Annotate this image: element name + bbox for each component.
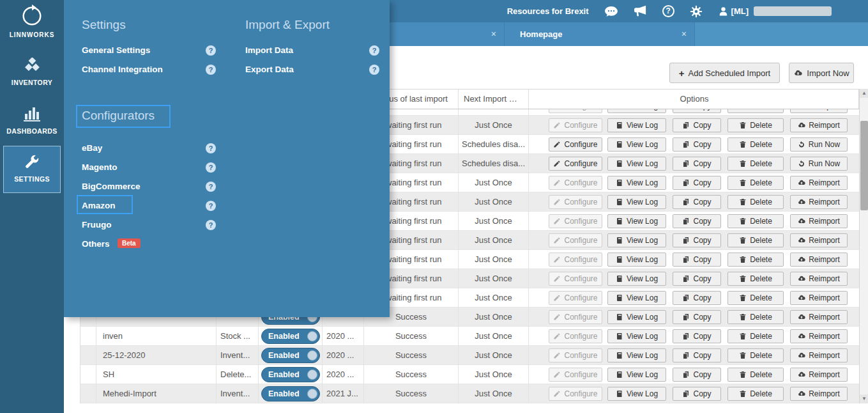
delete-button[interactable]: Delete: [727, 387, 784, 401]
scroll-up-icon[interactable]: ▲: [860, 89, 868, 98]
close-icon[interactable]: ×: [491, 28, 496, 40]
delete-button[interactable]: Delete: [727, 195, 784, 209]
copy-button[interactable]: Copy: [673, 176, 721, 190]
view-log-button[interactable]: View Log: [607, 157, 666, 171]
view-log-button[interactable]: View Log: [607, 368, 666, 382]
configure-button[interactable]: Configure: [549, 387, 602, 401]
configure-button[interactable]: Configure: [549, 157, 602, 171]
help-circle-icon[interactable]: ?: [662, 5, 674, 17]
help-icon[interactable]: ?: [206, 220, 216, 230]
help-icon[interactable]: ?: [206, 201, 216, 211]
delete-button[interactable]: Delete: [727, 176, 784, 190]
menu-item-general-settings[interactable]: General Settings ?: [82, 41, 229, 60]
delete-button[interactable]: Delete: [727, 214, 784, 228]
sidebar-item-inventory[interactable]: INVENTORY: [0, 49, 64, 97]
copy-button[interactable]: Copy: [673, 253, 721, 267]
vertical-scrollbar[interactable]: ▲ ▼: [859, 89, 868, 403]
tab-homepage[interactable]: Homepage ×: [505, 22, 695, 46]
configure-button[interactable]: Configure: [549, 329, 602, 343]
sidebar-item-settings[interactable]: SETTINGS: [3, 146, 61, 193]
copy-button[interactable]: Copy: [673, 348, 721, 362]
reimport-button[interactable]: Reimport: [790, 253, 848, 267]
configure-button[interactable]: Configure: [549, 118, 602, 132]
delete-button[interactable]: Delete: [727, 329, 784, 343]
run-now-button[interactable]: Run Now: [790, 137, 848, 152]
configure-button[interactable]: Configure: [549, 253, 602, 267]
reimport-button[interactable]: Reimport: [790, 310, 848, 324]
help-icon[interactable]: ?: [206, 143, 216, 153]
reimport-button[interactable]: Reimport: [790, 233, 848, 247]
enabled-toggle[interactable]: Enabled: [261, 386, 320, 401]
view-log-button[interactable]: View Log: [607, 176, 666, 190]
copy-button[interactable]: Copy: [673, 387, 721, 401]
help-icon[interactable]: ?: [206, 65, 216, 75]
reimport-button[interactable]: Reimport: [790, 109, 848, 113]
delete-button[interactable]: Delete: [727, 118, 784, 132]
menu-item-amazon[interactable]: Amazon ?: [82, 196, 229, 215]
view-log-button[interactable]: View Log: [607, 310, 666, 324]
reimport-button[interactable]: Reimport: [790, 387, 848, 401]
copy-button[interactable]: Copy: [673, 368, 721, 382]
reimport-button[interactable]: Reimport: [790, 214, 848, 228]
view-log-button[interactable]: View Log: [607, 291, 666, 305]
add-scheduled-import-button[interactable]: + Add Scheduled Import: [669, 63, 780, 83]
configure-button[interactable]: Configure: [549, 272, 602, 286]
column-header-next-import-due[interactable]: Next Import Due: [459, 90, 529, 109]
help-icon[interactable]: ?: [369, 45, 379, 56]
delete-button[interactable]: Delete: [727, 157, 784, 171]
copy-button[interactable]: Copy: [673, 329, 721, 343]
configure-button[interactable]: Configure: [549, 137, 602, 152]
copy-button[interactable]: Copy: [673, 310, 721, 324]
configure-button[interactable]: Configure: [549, 176, 602, 190]
help-icon[interactable]: ?: [206, 182, 216, 192]
menu-item-channel-integration[interactable]: Channel Integration ?: [82, 60, 229, 79]
copy-button[interactable]: Copy: [673, 109, 721, 113]
view-log-button[interactable]: View Log: [607, 233, 666, 247]
reimport-button[interactable]: Reimport: [790, 272, 848, 286]
copy-button[interactable]: Copy: [673, 195, 721, 209]
reimport-button[interactable]: Reimport: [790, 176, 848, 190]
reimport-button[interactable]: Reimport: [790, 195, 848, 209]
close-icon[interactable]: ×: [681, 28, 687, 40]
menu-item-magento[interactable]: Magento ?: [82, 158, 229, 177]
view-log-button[interactable]: View Log: [607, 195, 666, 209]
delete-button[interactable]: Delete: [727, 233, 784, 247]
delete-button[interactable]: Delete: [727, 368, 784, 382]
reimport-button[interactable]: Reimport: [790, 348, 848, 362]
resources-for-brexit-link[interactable]: Resources for Brexit: [507, 6, 589, 16]
copy-button[interactable]: Copy: [673, 272, 721, 286]
import-now-button[interactable]: Import Now: [789, 63, 854, 83]
reimport-button[interactable]: Reimport: [790, 368, 848, 382]
reimport-button[interactable]: Reimport: [790, 329, 848, 343]
enabled-toggle[interactable]: Enabled: [261, 329, 320, 344]
view-log-button[interactable]: View Log: [607, 348, 666, 362]
menu-item-ebay[interactable]: eBay ?: [82, 139, 229, 158]
configure-button[interactable]: Configure: [549, 310, 602, 324]
view-log-button[interactable]: View Log: [607, 253, 666, 267]
menu-item-bigcommerce[interactable]: BigCommerce ?: [82, 177, 229, 196]
delete-button[interactable]: Delete: [727, 272, 784, 286]
view-log-button[interactable]: View Log: [607, 214, 666, 228]
reimport-button[interactable]: Reimport: [790, 291, 848, 305]
copy-button[interactable]: Copy: [673, 233, 721, 247]
configure-button[interactable]: Configure: [549, 233, 602, 247]
copy-button[interactable]: Copy: [673, 157, 721, 171]
view-log-button[interactable]: View Log: [607, 137, 666, 152]
menu-item-fruugo[interactable]: Fruugo ?: [82, 215, 229, 235]
delete-button[interactable]: Delete: [727, 310, 784, 324]
help-icon[interactable]: ?: [206, 162, 216, 173]
copy-button[interactable]: Copy: [673, 291, 721, 305]
reimport-button[interactable]: Reimport: [790, 118, 848, 132]
enabled-toggle[interactable]: Enabled: [261, 348, 320, 363]
delete-button[interactable]: Delete: [727, 137, 784, 152]
menu-item-export-data[interactable]: Export Data ?: [245, 60, 392, 79]
delete-button[interactable]: Delete: [727, 253, 784, 267]
view-log-button[interactable]: View Log: [607, 387, 666, 401]
configure-button[interactable]: Configure: [549, 291, 602, 305]
scrollbar-thumb[interactable]: [860, 121, 868, 210]
linnworks-logo[interactable]: LINNWORKS: [0, 4, 64, 38]
user-menu[interactable]: [ML]: [718, 6, 749, 17]
configure-button[interactable]: Configure: [549, 348, 602, 362]
view-log-button[interactable]: View Log: [607, 329, 666, 343]
help-icon[interactable]: ?: [369, 65, 379, 75]
